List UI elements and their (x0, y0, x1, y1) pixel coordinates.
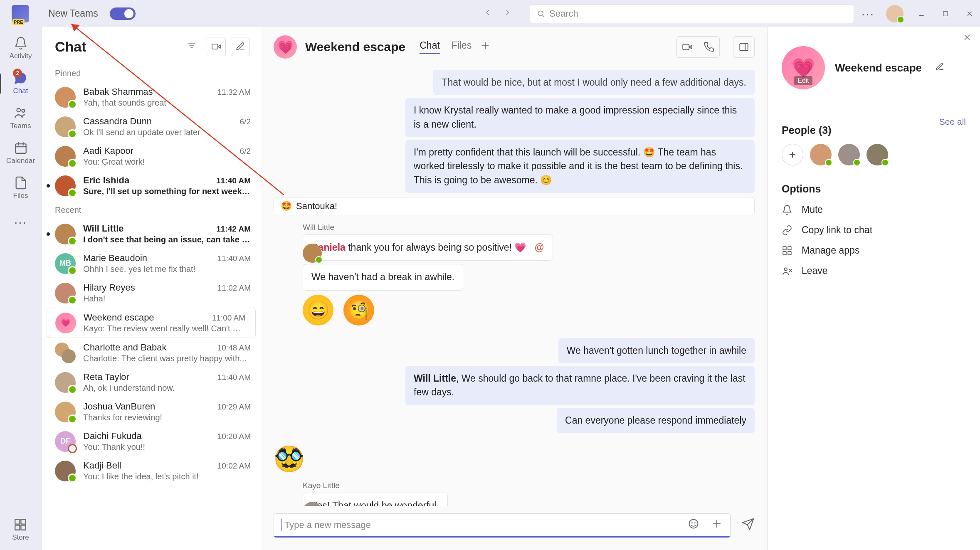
chat-row[interactable]: Cassandra Dunn6/2Ok I'll send an update … (42, 112, 261, 141)
search-input[interactable]: Search (530, 4, 854, 23)
person-avatar[interactable] (810, 144, 832, 165)
new-teams-toggle[interactable] (110, 7, 136, 20)
person-avatar[interactable] (838, 144, 860, 165)
person-avatar[interactable] (866, 144, 888, 165)
edit-name-button[interactable] (935, 62, 944, 74)
option-copy-link[interactable]: Copy link to chat (782, 224, 966, 236)
tab-chat[interactable]: Chat (420, 40, 440, 54)
audio-call-button[interactable] (698, 36, 720, 58)
send-button[interactable] (741, 518, 755, 533)
rail-store[interactable]: Store (12, 518, 29, 542)
svg-rect-39 (788, 247, 791, 250)
message-bubble[interactable]: That would be nice, but at most I would … (433, 70, 755, 95)
chat-time: 6/2 (240, 117, 251, 126)
link-icon (782, 225, 792, 236)
open-pane-button[interactable] (733, 36, 755, 58)
close-pane-button[interactable] (963, 33, 972, 44)
message-input[interactable]: Type a new message (274, 513, 731, 538)
window-maximize[interactable] (939, 10, 952, 17)
chat-preview: Haha! (83, 294, 251, 303)
chat-time: 11:02 AM (217, 284, 251, 293)
svg-point-30 (692, 523, 692, 523)
chat-name: Charlotte and Babak (83, 342, 167, 353)
tab-files[interactable]: Files (452, 40, 472, 54)
meet-now-button[interactable] (207, 37, 226, 56)
chat-row[interactable]: Eric Ishida11:40 AMSure, I'll set up som… (42, 171, 261, 200)
chat-row[interactable]: Charlotte and Babak10:48 AMCharlotte: Th… (42, 338, 261, 367)
rail-teams[interactable]: Teams (10, 106, 31, 130)
filter-button[interactable] (187, 40, 197, 53)
svg-marker-26 (689, 45, 692, 49)
option-leave[interactable]: Leave (782, 265, 966, 276)
svg-rect-40 (783, 252, 786, 255)
file-icon (14, 176, 28, 190)
chat-row[interactable]: Reta Taylor11:40 AMAh, ok I understand n… (42, 367, 261, 397)
chat-time: 11:00 AM (212, 313, 245, 323)
emoji-monocle[interactable]: 🧐 (343, 295, 374, 326)
chat-row[interactable]: 💗Weekend escape11:00 AMKayo: The review … (47, 308, 256, 338)
option-mute[interactable]: Mute (782, 204, 966, 215)
user-avatar[interactable] (886, 5, 903, 22)
chat-avatar (55, 175, 76, 196)
rail-more[interactable]: ··· (14, 215, 27, 229)
conversation-avatar[interactable]: 💗 (274, 35, 297, 59)
message-bubble[interactable]: Will Little, We should go back to that r… (405, 366, 755, 405)
chat-row[interactable]: Joshua VanBuren10:29 AMThanks for review… (42, 397, 261, 427)
sender-label: Will Little (303, 223, 755, 232)
see-all-link[interactable]: See all (939, 117, 966, 127)
chat-row[interactable]: Kadji Bell10:02 AMYou: I like the idea, … (42, 456, 261, 486)
chat-avatar (55, 116, 76, 137)
message-bubble[interactable]: We haven't gotten lunch together in awhi… (558, 338, 755, 363)
new-chat-button[interactable] (231, 37, 250, 56)
emoji-disguise[interactable]: 🥸 (274, 444, 755, 474)
svg-rect-16 (15, 525, 20, 530)
rail-chat[interactable]: 2 Chat (13, 71, 28, 95)
emoji-button[interactable] (688, 518, 699, 532)
more-button[interactable]: ··· (862, 7, 874, 21)
message-bubble[interactable]: We haven't had a break in awhile. (303, 264, 463, 290)
conversation-title: Weekend escape (305, 40, 405, 54)
message-bubble[interactable]: I know Krystal really wanted to make a g… (405, 98, 755, 137)
group-avatar[interactable]: 💗Edit (782, 46, 825, 89)
chat-row[interactable]: DFDaichi Fukuda10:20 AMYou: Thank you!! (42, 427, 261, 456)
edit-avatar-label: Edit (794, 76, 812, 85)
add-button[interactable] (711, 518, 723, 532)
svg-rect-10 (15, 144, 26, 153)
emoji-grin[interactable]: 😄 (303, 295, 333, 326)
history-nav (483, 8, 512, 20)
app-rail: Activity 2 Chat Teams Calendar Files ···… (0, 27, 42, 550)
rail-label: Teams (10, 122, 31, 130)
chat-avatar (55, 224, 76, 244)
chat-row[interactable]: Will Little11:42 AMI don't see that bein… (42, 219, 261, 249)
chat-preview: You: Great work! (83, 157, 251, 167)
window-close[interactable] (963, 10, 976, 17)
option-manage-apps[interactable]: Manage apps (782, 245, 966, 256)
svg-point-8 (17, 109, 21, 112)
add-tab-button[interactable] (480, 40, 491, 54)
window-minimize[interactable] (915, 10, 928, 17)
chat-avatar (55, 283, 76, 303)
rail-calendar[interactable]: Calendar (6, 141, 35, 165)
forward-button[interactable] (503, 8, 512, 20)
message-bubble[interactable]: I'm pretty confident that this launch wi… (405, 140, 755, 193)
chat-row[interactable]: Hilary Reyes11:02 AMHaha! (42, 278, 261, 308)
sender-avatar[interactable] (303, 244, 322, 263)
rail-files[interactable]: Files (13, 176, 28, 200)
message-list[interactable]: That would be nice, but at most I would … (261, 67, 767, 506)
chat-row[interactable]: Babak Shammas11:32 AMYah, that sounds gr… (42, 82, 261, 112)
chat-preview: Kayo: The review went really well! Can't… (84, 324, 245, 333)
chat-row[interactable]: Aadi Kapoor6/2You: Great work! (42, 141, 261, 171)
chat-time: 10:02 AM (217, 461, 251, 471)
message-bubble[interactable]: Daniela thank you for always being so po… (303, 234, 553, 261)
back-button[interactable] (483, 8, 492, 20)
message-bubble[interactable]: Yes! That would be wonderful. (303, 493, 448, 506)
svg-rect-41 (788, 252, 791, 255)
message-reaction[interactable]: 🤩Santouka! (274, 197, 755, 215)
video-call-button[interactable] (676, 36, 698, 58)
message-bubble[interactable]: Can everyone please respond immediately (557, 408, 755, 433)
svg-rect-5 (943, 11, 948, 16)
chat-time: 10:48 AM (217, 343, 251, 353)
add-person-button[interactable]: + (782, 144, 803, 165)
rail-activity[interactable]: Activity (10, 36, 32, 60)
chat-row[interactable]: MBMarie Beaudoin11:40 AMOhhh I see, yes … (42, 249, 261, 278)
